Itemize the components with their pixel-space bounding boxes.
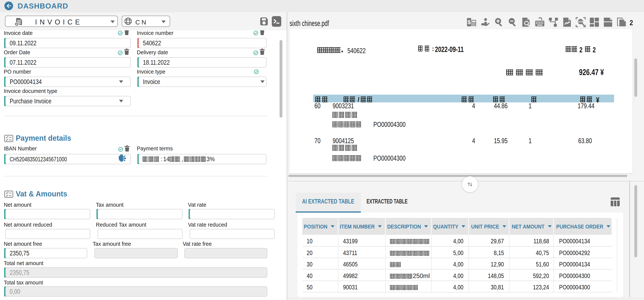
svg-text:#: # — [16, 23, 18, 26]
svg-text:OCR: OCR — [578, 21, 583, 23]
svg-text:$: $ — [468, 19, 471, 25]
